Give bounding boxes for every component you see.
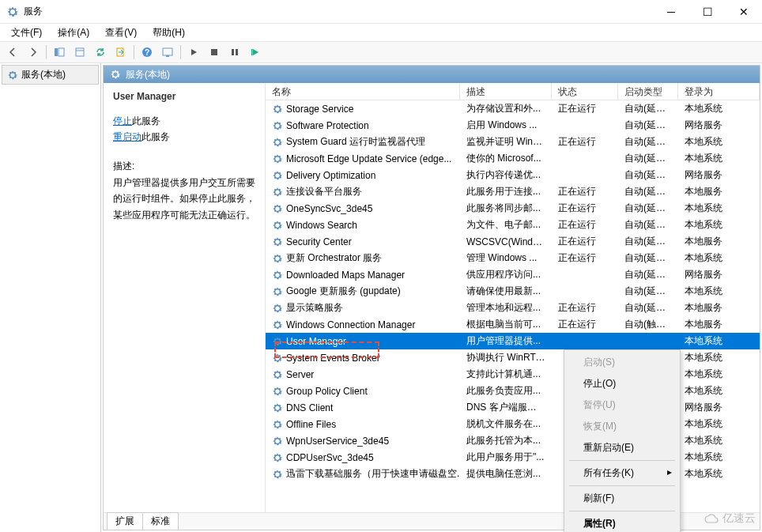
table-row[interactable]: Offline Files脱机文件服务在...本地系统 bbox=[266, 416, 760, 432]
cell-status: 正在运行 bbox=[552, 301, 618, 315]
restart-link[interactable]: 重启动 bbox=[113, 131, 141, 142]
table-row[interactable]: System Guard 运行时监视器代理监视并证明 Wind...正在运行自动… bbox=[266, 134, 760, 150]
refresh-button[interactable] bbox=[91, 43, 110, 61]
table-row[interactable]: Downloaded Maps Manager供应用程序访问...自动(延迟..… bbox=[266, 266, 760, 283]
stop-button[interactable] bbox=[205, 43, 224, 61]
restart-button[interactable] bbox=[246, 43, 265, 61]
table-row[interactable]: Delivery Optimization执行内容传递优...自动(延迟...网… bbox=[266, 167, 760, 183]
ctx-refresh[interactable]: 刷新(F) bbox=[566, 488, 678, 509]
table-row[interactable]: 更新 Orchestrator 服务管理 Windows ...正在运行自动(延… bbox=[266, 250, 760, 266]
table-row[interactable]: Microsoft Edge Update Service (edge...使你… bbox=[266, 150, 760, 167]
cell-name: Windows Connection Manager bbox=[266, 319, 460, 330]
table-row[interactable]: CDPUserSvc_3de45此用户服务用于"...本地系统 bbox=[266, 449, 760, 466]
menu-action[interactable]: 操作(A) bbox=[51, 25, 96, 41]
col-startup[interactable]: 启动类型 bbox=[618, 83, 678, 100]
ctx-properties[interactable]: 属性(R) bbox=[566, 513, 678, 532]
table-row[interactable]: System Events Broker协调执行 WinRT ...本地系统 bbox=[266, 349, 760, 366]
cell-desc: DNS 客户端服务(... bbox=[460, 401, 552, 414]
table-row[interactable]: Storage Service为存储设置和外...正在运行自动(延迟...本地系… bbox=[266, 100, 760, 117]
table-row[interactable]: WpnUserService_3de45此服务托管为本...本地系统 bbox=[266, 432, 760, 449]
svg-rect-2 bbox=[76, 48, 84, 56]
cell-status: 正在运行 bbox=[552, 102, 618, 115]
table-row[interactable]: Software Protection启用 Windows ...自动(延迟..… bbox=[266, 117, 760, 134]
separator bbox=[569, 485, 675, 486]
table-row[interactable]: Security CenterWSCSVC(Windo...正在运行自动(延迟.… bbox=[266, 233, 760, 250]
table-row[interactable]: Windows Search为文件、电子邮...正在运行自动(延迟...本地系统 bbox=[266, 217, 760, 233]
cell-logon: 本地服务 bbox=[678, 318, 760, 331]
table-row[interactable]: Server支持此计算机通...本地系统 bbox=[266, 366, 760, 383]
cell-name: Security Center bbox=[266, 236, 460, 247]
cell-name: 连接设备平台服务 bbox=[266, 185, 460, 198]
col-name[interactable]: 名称 bbox=[266, 83, 460, 100]
pane-header-title: 服务(本地) bbox=[126, 68, 170, 81]
help-button[interactable]: ? bbox=[138, 43, 157, 61]
console-button[interactable] bbox=[158, 43, 177, 61]
cell-status: 正在运行 bbox=[552, 202, 618, 215]
separator bbox=[134, 45, 134, 59]
svg-text:?: ? bbox=[145, 48, 149, 57]
stop-link[interactable]: 停止 bbox=[113, 115, 132, 126]
cell-desc: 根据电脑当前可... bbox=[460, 318, 552, 331]
svg-rect-11 bbox=[236, 49, 238, 55]
cell-desc: 管理本地和远程... bbox=[460, 301, 552, 315]
table-row[interactable]: 连接设备平台服务此服务用于连接...正在运行自动(延迟...本地服务 bbox=[266, 183, 760, 200]
ctx-pause: 暂停(U) bbox=[566, 394, 678, 416]
maximize-button[interactable]: ☐ bbox=[689, 0, 726, 24]
cell-startup: 自动(延迟... bbox=[618, 202, 678, 215]
cell-name: Windows Search bbox=[266, 220, 460, 231]
table-row[interactable]: Windows Connection Manager根据电脑当前可...正在运行… bbox=[266, 316, 760, 333]
menu-file[interactable]: 文件(F) bbox=[5, 25, 48, 41]
cell-desc: 管理 Windows ... bbox=[460, 251, 552, 265]
ctx-restart[interactable]: 重新启动(E) bbox=[566, 437, 678, 458]
table-row[interactable]: 迅雷下载基础服务（用于快速申请磁盘空...提供电脑任意浏...本地系统 bbox=[266, 466, 760, 482]
tab-standard[interactable]: 标准 bbox=[142, 512, 179, 530]
table-row[interactable]: DNS ClientDNS 客户端服务(...网络服务 bbox=[266, 399, 760, 416]
table-row[interactable]: OneSyncSvc_3de45此服务将同步邮...正在运行自动(延迟...本地… bbox=[266, 200, 760, 217]
col-desc[interactable]: 描述 bbox=[460, 83, 552, 100]
app-icon bbox=[6, 6, 19, 18]
cell-logon: 本地系统 bbox=[678, 135, 760, 149]
col-logon[interactable]: 登录为 bbox=[678, 83, 760, 100]
cell-desc: 此用户服务用于"... bbox=[460, 451, 552, 464]
cell-logon: 本地系统 bbox=[678, 467, 760, 481]
close-button[interactable]: ✕ bbox=[726, 0, 762, 24]
cell-name: Storage Service bbox=[266, 104, 460, 115]
col-status[interactable]: 状态 bbox=[552, 83, 618, 100]
tab-extended[interactable]: 扩展 bbox=[107, 512, 143, 530]
cell-name: Downloaded Maps Manager bbox=[266, 270, 460, 281]
cell-name: Server bbox=[266, 369, 460, 380]
table-row[interactable]: 显示策略服务管理本地和远程...正在运行自动(延迟...本地服务 bbox=[266, 300, 760, 316]
tree-item-services-local[interactable]: 服务(本地) bbox=[2, 65, 99, 85]
table-row[interactable]: Group Policy Client此服务负责应用...本地系统 bbox=[266, 383, 760, 399]
separator bbox=[569, 511, 675, 511]
cell-logon: 网络服务 bbox=[678, 401, 760, 414]
toolbar: ? bbox=[0, 41, 762, 63]
forward-button[interactable] bbox=[24, 43, 43, 61]
pause-button[interactable] bbox=[225, 43, 244, 61]
cell-desc: 为文件、电子邮... bbox=[460, 218, 552, 232]
cell-desc: 协调执行 WinRT ... bbox=[460, 351, 552, 364]
list-body[interactable]: Storage Service为存储设置和外...正在运行自动(延迟...本地系… bbox=[266, 100, 760, 512]
cell-logon: 本地服务 bbox=[678, 185, 760, 198]
ctx-all-tasks[interactable]: 所有任务(K)▸ bbox=[566, 462, 678, 484]
list-header: 名称 描述 状态 启动类型 登录为 bbox=[266, 83, 760, 100]
svg-rect-12 bbox=[251, 49, 253, 55]
menu-view[interactable]: 查看(V) bbox=[99, 25, 143, 41]
export-button[interactable] bbox=[111, 43, 130, 61]
tree-pane: 服务(本地) bbox=[0, 63, 101, 532]
properties-button[interactable] bbox=[70, 43, 89, 61]
cell-logon: 网络服务 bbox=[678, 168, 760, 182]
menu-help[interactable]: 帮助(H) bbox=[146, 25, 191, 41]
back-button[interactable] bbox=[3, 43, 22, 61]
show-hide-tree-button[interactable] bbox=[50, 43, 69, 61]
table-row[interactable]: User Manager用户管理器提供...本地系统 bbox=[266, 333, 760, 349]
svg-rect-0 bbox=[55, 48, 58, 56]
cell-desc: 此服务用于连接... bbox=[460, 185, 552, 198]
cell-name: Offline Files bbox=[266, 419, 460, 430]
cell-logon: 本地服务 bbox=[678, 301, 760, 315]
cell-name: 迅雷下载基础服务（用于快速申请磁盘空... bbox=[266, 467, 460, 481]
table-row[interactable]: Google 更新服务 (gupdate)请确保使用最新...自动(延迟...本… bbox=[266, 283, 760, 300]
play-button[interactable] bbox=[184, 43, 203, 61]
ctx-stop[interactable]: 停止(O) bbox=[566, 373, 678, 394]
minimize-button[interactable]: ─ bbox=[653, 0, 689, 24]
